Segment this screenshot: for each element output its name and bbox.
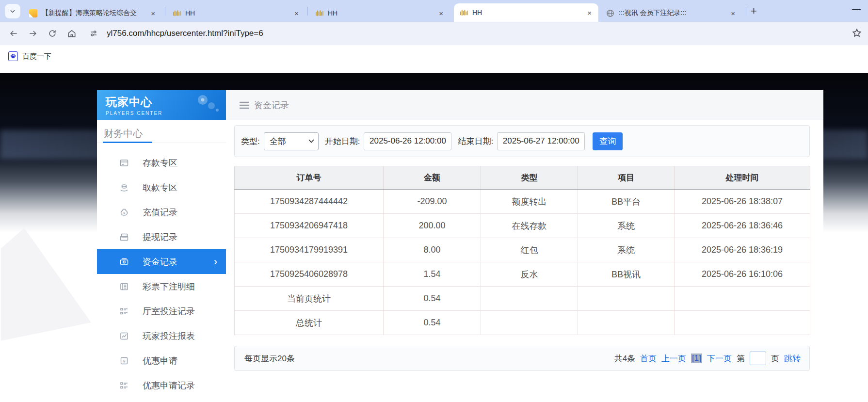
baidu-paw-icon [8,51,18,61]
chevron-right-icon: › [214,257,217,267]
close-icon[interactable]: × [292,9,301,17]
start-date-input[interactable]: 2025-06-26 12:00:00 [364,132,451,150]
sidebar-item-funds-record[interactable]: 资金记录 › [97,249,226,274]
search-button[interactable]: 查询 [593,132,623,150]
close-icon[interactable]: × [149,9,157,17]
sidebar-item-promo-apply[interactable]: ¥ 优惠申请 [97,348,226,373]
close-icon[interactable]: × [729,9,737,17]
end-date-input[interactable]: 2025-06-27 12:00:00 [497,132,585,150]
sidebar-item-label: 彩票下注明细 [143,281,195,292]
site-settings-icon [89,29,98,38]
cell-type: 在线存款 [481,214,578,238]
cell-summary-label: 总统计 [235,311,384,335]
hh-gold-icon [315,9,323,17]
close-icon[interactable]: × [585,9,594,17]
sidebar-item-withdrawal-record[interactable]: 提现记录 [97,225,226,249]
cell-amount: 1.54 [384,262,481,287]
sidebar-menu: 存款专区 取款专区 ¥ 充值记录 提现记录 资金记录 › 彩票下注明细 [97,150,226,398]
type-select[interactable]: 全部 [264,132,319,150]
reload-icon [48,29,57,38]
svg-text:¥: ¥ [123,210,126,215]
address-bar[interactable]: yl756.com/hhcp/usercenter.html?iniType=6 [107,29,263,38]
hh-gold-icon [173,9,181,17]
jump-prefix-label: 第 [737,353,745,364]
tab-hh-active[interactable]: HH × [454,3,598,22]
sidebar-item-recharge-record[interactable]: ¥ 充值记录 [97,200,226,225]
cell-amount: 0.54 [384,287,481,311]
sidebar-item-hall-bets[interactable]: 厅室投注记录 [97,299,226,323]
prev-page-link[interactable]: 上一页 [661,353,686,364]
cell-item [578,311,675,335]
close-icon[interactable]: × [437,9,445,17]
cell-amount: -209.00 [384,190,481,214]
forum-icon [29,9,37,17]
jump-button[interactable]: 跳转 [784,353,801,364]
jump-page-input[interactable] [750,352,766,365]
forward-icon [28,29,38,38]
col-amount: 金额 [384,166,481,190]
col-order-number: 订单号 [235,166,384,190]
hh-gold-icon [460,9,468,17]
money-bag-icon: ¥ [119,208,129,217]
tab-separator [307,7,308,16]
cell-type: 额度转出 [481,190,578,214]
tab-hh-1[interactable]: HH × [167,4,305,22]
bookmark-baidu[interactable]: 百度一下 [8,51,51,61]
funds-record-panel: 资金记录 类型: 全部 开始日期: 2025-06-26 12:00:00 结束… [226,90,823,402]
cell-time: 2025-06-26 16:10:06 [675,262,810,287]
svg-text:¥: ¥ [123,359,126,363]
page-content: 玩家中心 PLAYERS CENTER 财务中心 存款专区 取款专区 [0,73,868,402]
window-minimize-button[interactable]: — [852,4,861,14]
funds-record-table: 订单号 金额 类型 项目 处理时间 1750934287444442 -209.… [234,166,810,335]
col-item: 项目 [578,166,675,190]
pagination-controls: 共4条 首页 上一页 [1] 下一页 第 页 跳转 [614,352,801,365]
chevron-down-icon [308,139,314,143]
table-row-total-summary: 总统计 0.54 [235,311,810,335]
sidebar-item-label: 取款专区 [143,182,177,193]
reload-button[interactable] [43,29,62,38]
tab-hh-2[interactable]: HH × [309,4,450,22]
tab-strip: 【新提醒】海燕策略论坛综合交 × HH × HH × HH × :::视讯 会员… [0,0,868,22]
tab-forum[interactable]: 【新提醒】海燕策略论坛综合交 × [23,4,162,22]
sidebar-item-lottery-bets[interactable]: 彩票下注明细 [97,274,226,299]
cell-order: 1750934179919391 [235,238,384,262]
sidebar-item-bet-report[interactable]: 玩家投注报表 [97,323,226,348]
cell-time: 2025-06-26 18:36:19 [675,238,810,262]
sidebar-item-deposit[interactable]: 存款专区 [97,150,226,175]
tab-title: HH [185,9,289,17]
bookmark-star-button[interactable] [852,28,862,40]
cell-time [675,287,810,311]
new-tab-button[interactable]: + [751,5,757,17]
chart-icon [119,331,129,341]
jump-suffix-label: 页 [771,353,779,364]
cell-type [481,287,578,311]
bookmarks-bar: 百度一下 [0,45,868,73]
sidebar-item-withdraw[interactable]: 取款专区 [97,175,226,200]
cell-item: BB视讯 [578,262,675,287]
forward-button[interactable] [23,29,43,38]
next-page-link[interactable]: 下一页 [707,353,732,364]
tab-title: 【新提醒】海燕策略论坛综合交 [42,9,145,17]
home-button[interactable] [62,29,81,38]
promo-ticket-icon: ¥ [119,356,129,366]
gamepad-icon [192,94,221,113]
type-select-value: 全部 [270,136,308,147]
deposit-icon [119,158,129,168]
sidebar-item-label: 玩家投注报表 [143,330,195,342]
home-icon [67,29,77,38]
table-row: 1750934206947418 200.00 在线存款 系统 2025-06-… [235,214,810,238]
filter-bar: 类型: 全部 开始日期: 2025-06-26 12:00:00 结束日期: 2… [234,125,810,157]
tab-video-records[interactable]: :::视讯 会员下注纪录::: × [600,4,742,22]
decorative-triangle [0,228,97,342]
sidebar-item-label: 优惠申请记录 [143,380,195,391]
tab-separator [165,7,165,16]
sidebar-item-label: 存款专区 [143,157,177,169]
cell-time: 2025-06-26 18:36:46 [675,214,810,238]
first-page-link[interactable]: 首页 [640,353,657,364]
site-info-button[interactable] [85,26,102,41]
tab-search-button[interactable] [5,4,20,18]
back-button[interactable] [4,29,23,38]
sidebar-item-label: 提现记录 [143,231,177,243]
sidebar-item-promo-record[interactable]: 优惠申请记录 [97,373,226,398]
pagination-bar: 每页显示20条 共4条 首页 上一页 [1] 下一页 第 页 跳转 [234,346,810,371]
